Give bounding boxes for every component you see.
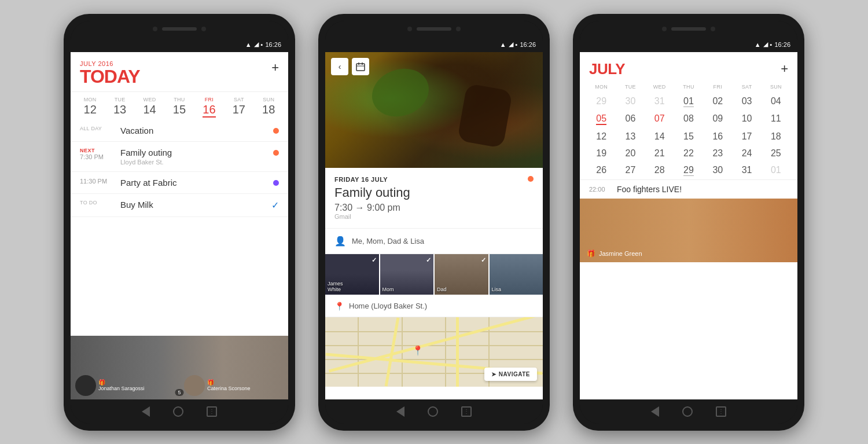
day-thu[interactable]: THU 15 xyxy=(166,97,193,118)
person-caterina[interactable]: 🎁 Caterina Scorsone xyxy=(179,372,288,399)
navigate-button[interactable]: ➤ NAVIGATE xyxy=(484,368,537,381)
cell-12[interactable]: 12 xyxy=(587,129,616,144)
party-title: Party at Fabric xyxy=(120,178,273,188)
cell-01[interactable]: 01 xyxy=(674,93,703,109)
cell-17[interactable]: 17 xyxy=(732,129,761,144)
cell-25[interactable]: 25 xyxy=(762,145,790,161)
avatar-dad[interactable]: ✓ Dad xyxy=(435,254,488,295)
back-button-nav-2[interactable] xyxy=(396,406,404,417)
num-12: 12 xyxy=(596,131,606,142)
back-button-nav-3[interactable] xyxy=(651,406,659,417)
day-sun[interactable]: SUN 18 xyxy=(255,97,282,118)
day-num-sun: 18 xyxy=(262,102,275,116)
phone-1: ▲ ◢ ▪ 16:26 JULY 2016 TODAY + xyxy=(64,14,295,431)
bottom-nav-2: ⋮ xyxy=(325,399,543,424)
time-1: 16:26 xyxy=(265,41,281,48)
col-wed: WED xyxy=(645,83,674,91)
back-button-1[interactable] xyxy=(142,406,150,417)
avatar-lisa[interactable]: Lisa xyxy=(490,254,543,295)
jasmine-badge[interactable]: 🎁 Jasmine Green xyxy=(580,245,649,262)
day-fri[interactable]: FRI 16 xyxy=(196,97,222,118)
phone-3: ▲ ◢ ▪ 16:26 JULY + MON TUE xyxy=(573,14,804,431)
event-time-allday: ALL DAY xyxy=(80,126,120,132)
vacation-title: Vacation xyxy=(120,126,273,135)
num-21: 21 xyxy=(654,148,665,159)
cell-02[interactable]: 02 xyxy=(703,93,732,109)
cell-09[interactable]: 09 xyxy=(703,111,732,127)
back-button-2[interactable]: ‹ xyxy=(331,58,348,75)
cell-13[interactable]: 13 xyxy=(616,129,645,144)
home-button-1[interactable] xyxy=(173,406,183,417)
cell-24[interactable]: 24 xyxy=(732,145,761,161)
num-14: 14 xyxy=(654,131,665,142)
event-detail-time: 7:30 → 9:00 pm xyxy=(334,203,410,213)
cell-01-next[interactable]: 01 xyxy=(762,162,790,178)
cal-event-time: 22:00 xyxy=(589,186,610,193)
add-event-button-3[interactable]: + xyxy=(781,61,788,76)
event-todo-milk[interactable]: TO DO Buy Milk ✓ xyxy=(71,194,288,217)
cell-10[interactable]: 10 xyxy=(732,111,761,127)
avatar-james[interactable]: ✓ JamesWhite xyxy=(325,254,379,295)
calendar-icon-button[interactable] xyxy=(352,58,369,75)
num-18: 18 xyxy=(771,131,781,142)
outing-location: Lloyd Baker St. xyxy=(120,159,273,166)
cell-29-prev[interactable]: 29 xyxy=(587,93,616,109)
day-num-wed: 14 xyxy=(143,102,156,116)
avatar-mom[interactable]: ✓ Mom xyxy=(380,254,434,295)
time-2: 16:26 xyxy=(520,41,536,48)
jonathan-avatar xyxy=(75,375,96,396)
home-button-2[interactable] xyxy=(428,406,438,417)
cell-18[interactable]: 18 xyxy=(762,129,790,144)
day-sat[interactable]: SAT 17 xyxy=(226,97,252,118)
day-tue[interactable]: TUE 13 xyxy=(106,97,133,118)
cell-28[interactable]: 28 xyxy=(645,162,674,178)
recents-button-3[interactable]: ⋮ xyxy=(716,406,726,417)
cell-15[interactable]: 15 xyxy=(674,129,703,144)
cell-31-prev[interactable]: 31 xyxy=(645,93,674,109)
add-event-button[interactable]: + xyxy=(271,60,279,75)
cell-16[interactable]: 16 xyxy=(703,129,732,144)
cell-08[interactable]: 08 xyxy=(674,111,703,127)
battery-icon: ▪ xyxy=(261,41,263,48)
cell-07[interactable]: 07 xyxy=(645,111,674,127)
cell-26[interactable]: 26 xyxy=(587,162,616,178)
event-detail-card: FRIDAY 16 JULY Family outing 7:30 → 9:00… xyxy=(325,168,543,229)
cell-30-prev[interactable]: 30 xyxy=(616,93,645,109)
event-vacation[interactable]: ALL DAY Vacation xyxy=(71,120,288,142)
recents-button-1[interactable]: ⋮ xyxy=(207,406,217,417)
attendees-label: Me, Mom, Dad & Lisa xyxy=(352,237,534,245)
cell-23[interactable]: 23 xyxy=(703,145,732,161)
mom-name: Mom xyxy=(382,287,394,292)
person-jonathan[interactable]: 🎁 Jonathan Saragossi xyxy=(71,372,179,399)
day-wed[interactable]: WED 14 xyxy=(137,97,163,118)
cal-event-row[interactable]: 22:00 Foo fighters LIVE! xyxy=(580,179,797,199)
home-button-3[interactable] xyxy=(682,406,693,417)
cell-22[interactable]: 22 xyxy=(674,145,703,161)
cell-19[interactable]: 19 xyxy=(587,145,616,161)
cell-20[interactable]: 20 xyxy=(616,145,645,161)
map-container: 📍 ➤ NAVIGATE xyxy=(325,317,543,387)
cell-11[interactable]: 11 xyxy=(762,111,790,127)
cell-04[interactable]: 04 xyxy=(762,93,790,109)
day-num-fri: 16 xyxy=(203,102,215,118)
cell-30[interactable]: 30 xyxy=(703,162,732,178)
cell-03[interactable]: 03 xyxy=(732,93,761,109)
cell-21[interactable]: 21 xyxy=(645,145,674,161)
event-family-outing[interactable]: NEXT 7:30 PM Family outing Lloyd Baker S… xyxy=(71,142,288,172)
num-26: 26 xyxy=(596,164,606,175)
cell-27[interactable]: 27 xyxy=(616,162,645,178)
day-mon[interactable]: MON 12 xyxy=(77,97,104,118)
cell-05[interactable]: 05 xyxy=(587,111,616,127)
recents-button-2[interactable]: ⋮ xyxy=(461,406,472,417)
cell-29[interactable]: 29 xyxy=(674,162,703,178)
people-strip-3: 🎁 Jasmine Green xyxy=(580,199,797,262)
milk-check-icon[interactable]: ✓ xyxy=(271,200,279,211)
cell-31[interactable]: 31 xyxy=(732,162,761,178)
bottom-nav-1: ⋮ xyxy=(71,399,288,424)
allday-label: ALL DAY xyxy=(80,126,120,132)
outing-title: Family outing xyxy=(120,148,273,157)
event-party[interactable]: 11:30 PM Party at Fabric xyxy=(71,172,288,194)
cell-06[interactable]: 06 xyxy=(616,111,645,127)
cell-14[interactable]: 14 xyxy=(645,129,674,144)
map-grid-v1 xyxy=(358,317,359,387)
